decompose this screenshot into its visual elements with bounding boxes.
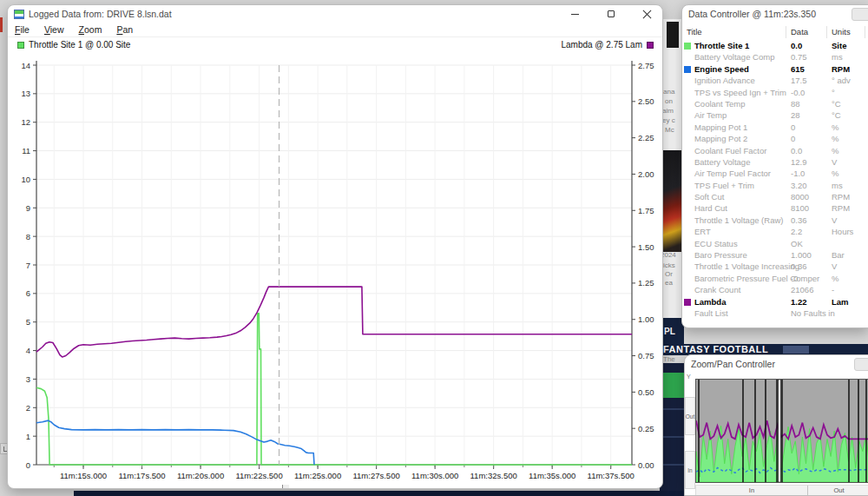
zoom-pan-close-button[interactable] bbox=[854, 358, 868, 371]
column-units[interactable]: Units bbox=[827, 26, 865, 38]
chart-area[interactable]: 012345678910111213140.000.250.500.751.00… bbox=[8, 52, 663, 479]
tick-label-x: 11m:37s.500 bbox=[588, 471, 635, 479]
minimize-button[interactable] bbox=[565, 7, 584, 21]
menu-file[interactable]: File bbox=[15, 24, 30, 35]
zoom-x-bar[interactable]: In Out bbox=[695, 485, 868, 496]
overview-position-slider[interactable] bbox=[779, 380, 781, 482]
zoom-y-in-button[interactable]: In bbox=[685, 451, 695, 489]
cell-title: Coolant Fuel Factor bbox=[694, 145, 766, 156]
desktop: anaonaimey cMc2024icksOreaThe PL FANTASY… bbox=[0, 0, 868, 496]
table-row[interactable]: Hard Cut8100RPM bbox=[682, 202, 868, 214]
table-row[interactable]: Barometric Pressure Fuel Comper-0% bbox=[682, 273, 868, 284]
table-row[interactable]: Battery Voltage12.9V bbox=[682, 156, 868, 168]
menu-zoom[interactable]: Zoom bbox=[79, 24, 102, 35]
zoom-pan-titlebar[interactable]: Zoom/Pan Controller bbox=[685, 355, 868, 373]
tick-label-left: 4 bbox=[26, 346, 30, 355]
overview-chart-svg[interactable] bbox=[696, 380, 868, 482]
table-row[interactable]: TPS vs Speed Ign + Trim-0.0° bbox=[682, 87, 868, 98]
tick-label-right: 0.00 bbox=[638, 460, 654, 470]
cell-units: ° bbox=[832, 87, 835, 98]
cell-title: Hard Cut bbox=[694, 202, 727, 214]
background-row-separator bbox=[660, 436, 685, 438]
cell-units: °C bbox=[832, 98, 841, 109]
tick-label-right: 2.75 bbox=[638, 61, 654, 70]
legend-throttle[interactable]: Throttle Site 1 @ 0.00 Site bbox=[17, 40, 130, 50]
maximize-button[interactable] bbox=[602, 7, 621, 21]
tick-label-left: 11 bbox=[22, 146, 30, 155]
cell-data: 0 bbox=[791, 122, 795, 133]
data-controller-title: Data Controller @ 11m:23s.350 bbox=[688, 9, 816, 19]
tick-label-left: 1 bbox=[26, 432, 30, 441]
cell-data: 88 bbox=[791, 98, 800, 109]
table-row[interactable]: Mapping Pot 10% bbox=[682, 122, 868, 133]
tick-label-right: 1.75 bbox=[638, 206, 654, 215]
table-row[interactable]: Air Temp Fuel Factor-1.0% bbox=[682, 168, 868, 179]
zoom-x-in-button[interactable]: In bbox=[696, 486, 807, 495]
table-row[interactable]: Throttle Site 10.0Site bbox=[682, 40, 868, 51]
cell-title: Throttle 1 Voltage Increasing bbox=[694, 261, 799, 272]
pan-position-handle[interactable] bbox=[280, 484, 291, 489]
legend-lambda[interactable]: Lambda @ 2.75 Lam bbox=[561, 40, 654, 50]
zoom-x-out-button[interactable]: Out bbox=[808, 486, 868, 495]
cell-title: Crank Count bbox=[694, 284, 740, 295]
zoom-y-out-button[interactable]: Out bbox=[685, 397, 695, 435]
cell-units: % bbox=[832, 122, 838, 133]
cell-data: 21066 bbox=[791, 284, 813, 295]
table-row[interactable]: Crank Count21066- bbox=[682, 284, 868, 295]
table-row[interactable]: ERT2.2Hours bbox=[682, 226, 868, 237]
table-row[interactable]: Throttle 1 Voltage (Raw)0.36V bbox=[682, 215, 868, 226]
cell-title: Coolant Temp bbox=[694, 98, 745, 109]
cell-data: -0 bbox=[791, 273, 798, 284]
table-row[interactable]: Engine Speed615RPM bbox=[682, 63, 868, 75]
tick-label-right: 2.25 bbox=[638, 133, 654, 142]
cell-data: 1.22 bbox=[791, 296, 807, 308]
data-controller-titlebar[interactable]: Data Controller @ 11m:23s.350 bbox=[682, 5, 868, 23]
column-title[interactable]: Title bbox=[682, 26, 786, 38]
table-row[interactable]: Coolant Temp88°C bbox=[682, 98, 868, 109]
cell-data: 0.36 bbox=[791, 261, 807, 272]
cell-title: Mapping Pot 2 bbox=[694, 133, 747, 144]
table-row[interactable]: Soft Cut8000RPM bbox=[682, 191, 868, 202]
cell-units: RPM bbox=[832, 191, 850, 202]
table-row[interactable]: Throttle 1 Voltage Increasing0.36V bbox=[682, 261, 868, 272]
legend-throttle-label: Throttle Site 1 @ 0.00 Site bbox=[29, 40, 130, 50]
cell-units: - bbox=[832, 284, 834, 295]
zoom-pan-title: Zoom/Pan Controller bbox=[691, 359, 775, 369]
tick-label-left: 9 bbox=[26, 203, 30, 213]
table-row[interactable]: Battery Voltage Comp0.75ms bbox=[682, 51, 868, 63]
cell-title: TPS Fuel + Trim bbox=[694, 180, 754, 191]
cell-units: V bbox=[832, 215, 837, 226]
data-controller-close-button[interactable] bbox=[852, 8, 868, 21]
overview-chart[interactable] bbox=[695, 379, 868, 483]
table-row[interactable]: Lambda1.22Lam bbox=[682, 296, 868, 308]
close-button[interactable] bbox=[638, 7, 657, 21]
menu-pan[interactable]: Pan bbox=[116, 24, 133, 35]
table-row[interactable]: ECU StatusOK bbox=[682, 238, 868, 249]
titlebar[interactable]: Logged Data from: DRIVE 8.lsn.dat bbox=[8, 5, 662, 23]
maximize-icon bbox=[608, 10, 615, 17]
table-row[interactable]: Mapping Pot 20% bbox=[682, 133, 868, 144]
tick-label-left: 8 bbox=[26, 232, 30, 241]
tick-label-right: 2.50 bbox=[638, 96, 654, 106]
cell-title: Baro Pressure bbox=[694, 249, 747, 261]
cell-units: RPM bbox=[832, 202, 850, 214]
cell-units: V bbox=[832, 261, 837, 272]
table-row[interactable]: Ignition Advance17.5° adv bbox=[682, 75, 868, 86]
cell-data: 0.75 bbox=[791, 51, 807, 63]
table-row[interactable]: Baro Pressure1.000Bar bbox=[682, 249, 868, 261]
cell-data: 615 bbox=[791, 63, 805, 75]
tick-label-left: 12 bbox=[21, 117, 30, 127]
column-data[interactable]: Data bbox=[786, 26, 827, 38]
tick-label-right: 1.50 bbox=[638, 242, 654, 252]
table-row[interactable]: TPS Fuel + Trim3.20ms bbox=[682, 180, 868, 191]
cell-title: Battery Voltage Comp bbox=[694, 51, 774, 63]
table-row[interactable]: Air Temp28°C bbox=[682, 109, 868, 121]
menu-view[interactable]: View bbox=[44, 24, 64, 35]
cell-title: Lambda bbox=[694, 296, 726, 308]
table-row[interactable]: Coolant Fuel Factor0.0% bbox=[682, 145, 868, 156]
logged-data-chart[interactable]: 012345678910111213140.000.250.500.751.00… bbox=[8, 52, 663, 479]
cell-data: 8100 bbox=[791, 202, 809, 214]
table-row[interactable]: Fault ListNo Faults in bbox=[682, 308, 868, 319]
background-fragment: ey c bbox=[662, 116, 675, 125]
tick-label-x: 11m:30s.000 bbox=[411, 471, 458, 479]
